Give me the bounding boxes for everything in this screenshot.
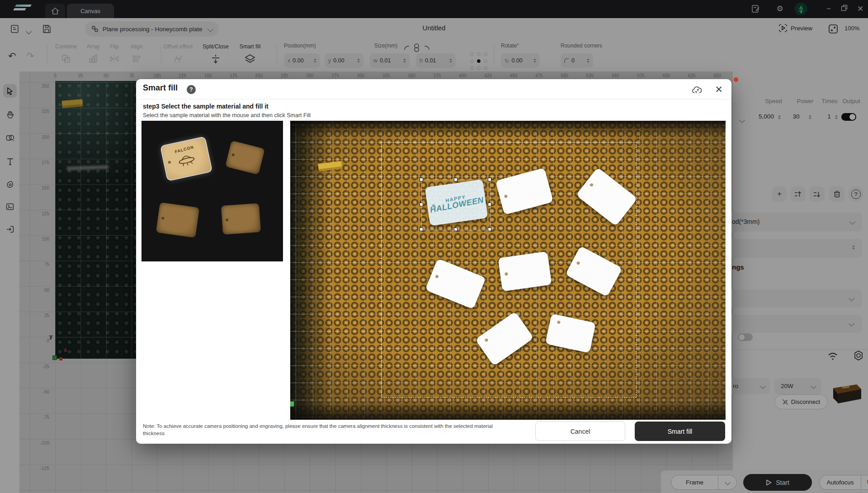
bed-bottom-shadow: [290, 402, 726, 420]
sample-tag[interactable]: [221, 203, 261, 235]
tag-hole: [590, 183, 594, 187]
tag-hole: [435, 274, 439, 278]
camera-view[interactable]: HAPPYHALLOWEEN: [290, 121, 726, 420]
modal-sync-button[interactable]: [691, 84, 703, 96]
selection-handle[interactable]: [488, 178, 491, 181]
selection-handle[interactable]: [454, 228, 458, 231]
selection-handle[interactable]: [488, 203, 491, 206]
modal-close-button[interactable]: ✕: [713, 84, 725, 95]
sample-tag[interactable]: [225, 140, 265, 175]
selection-handle[interactable]: [420, 178, 423, 181]
laser-warning-label: [318, 161, 342, 171]
bed-top-shadow: [290, 121, 726, 136]
modal-title: Smart fill: [143, 83, 178, 93]
smart-fill-label: Smart fill: [668, 428, 692, 435]
tag-hole: [161, 216, 165, 219]
tag-hole: [484, 338, 489, 342]
sample-tag[interactable]: [156, 202, 199, 238]
tag-hole: [168, 161, 171, 164]
selection-box: [421, 180, 491, 230]
modal-help-button[interactable]: ?: [187, 85, 196, 94]
origin-marker-green: [290, 401, 294, 407]
step-title: step3 Select the sample material and fil…: [143, 103, 269, 110]
notification-dot: [734, 77, 738, 82]
close-icon: ✕: [715, 84, 723, 95]
tag-hole: [226, 218, 228, 221]
tag-hole: [505, 272, 508, 276]
divider: [136, 99, 731, 100]
smart-fill-modal: Smart fill ? ✕ step3 Select the sample m…: [136, 79, 731, 444]
sample-view[interactable]: FALCON: [142, 121, 283, 261]
tag-hole: [504, 194, 508, 199]
tag-hole: [557, 320, 561, 324]
cancel-button[interactable]: Cancel: [535, 422, 625, 441]
smart-fill-confirm-button[interactable]: Smart fill: [635, 422, 725, 441]
selection-handle[interactable]: [420, 203, 423, 206]
step-subtitle: Select the sample material with the mous…: [143, 112, 311, 119]
cancel-label: Cancel: [571, 428, 590, 435]
material-tag[interactable]: [498, 251, 552, 292]
sample-tag-selected[interactable]: FALCON: [161, 137, 212, 180]
selection-handle[interactable]: [420, 228, 423, 231]
selection-handle[interactable]: [454, 178, 458, 181]
selection-handle[interactable]: [488, 228, 491, 231]
tag-hole: [231, 153, 235, 156]
tag-hole: [576, 261, 580, 265]
modal-note: Note: To achieve accurate camera positio…: [143, 423, 511, 437]
help-icon: ?: [189, 86, 193, 93]
cloud-sync-icon: [691, 84, 703, 96]
